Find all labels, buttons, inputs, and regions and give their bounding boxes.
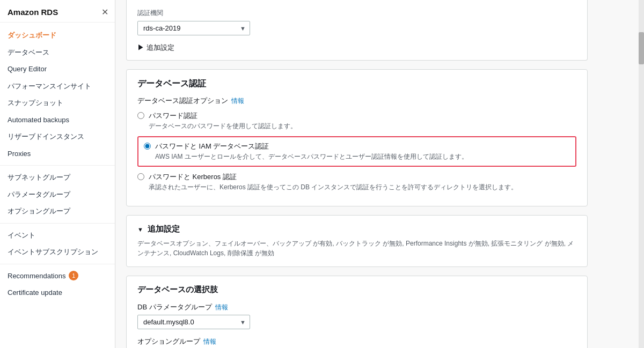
sidebar-close-button[interactable]: ✕ (101, 8, 108, 17)
sidebar-header: Amazon RDS ✕ (0, 0, 115, 23)
param-group-select-wrapper: default.mysql8.0 ▼ (137, 315, 250, 329)
cert-authority-label: 認証機関 (137, 9, 576, 18)
main-content: 認証機関 rds-ca-2019 ▼ ▶ 追加設定 データベース認証 データベー… (115, 0, 644, 348)
radio-kerberos[interactable] (137, 173, 144, 180)
radio-password-iam-content: パスワードと IAM データベース認証 AWS IAM ユーザーとロールを介して… (155, 142, 468, 161)
sidebar-item-proxies[interactable]: Proxies (0, 145, 115, 162)
content-area[interactable]: 認証機関 rds-ca-2019 ▼ ▶ 追加設定 データベース認証 データベー… (115, 0, 644, 348)
radio-password-label: パスワード認証 (149, 111, 297, 121)
cert-authority-select-wrapper: rds-ca-2019 ▼ (137, 21, 250, 35)
additional-settings-collapsed-label: ▶ 追加設定 (137, 43, 174, 53)
sidebar-item-subnet-groups[interactable]: サブネットグループ (0, 169, 115, 186)
sidebar-item-snapshots[interactable]: スナップショット (0, 94, 115, 112)
option-group-field: オプショングループ 情報 default:mysql-8-0 ▼ (137, 337, 576, 348)
db-auth-section: データベース認証 データベース認証オプション 情報 パスワード認証 データベース… (126, 69, 588, 206)
option-group-info-link[interactable]: 情報 (203, 337, 216, 346)
param-group-field: DB パラメータグループ 情報 default.mysql8.0 ▼ (137, 302, 576, 329)
param-group-label: DB パラメータグループ 情報 (137, 302, 576, 312)
auth-radio-group: パスワード認証 データベースのパスワードを使用して認証します。 パスワードと I… (137, 111, 576, 192)
sidebar-divider-3 (0, 264, 115, 264)
sidebar-navigation: ダッシュボード データベース Query Editor パフォーマンスインサイト… (0, 23, 115, 306)
param-group-info-link[interactable]: 情報 (215, 303, 228, 312)
sidebar-item-performance-insights[interactable]: パフォーマンスインサイト (0, 78, 115, 95)
content-inner: 認証機関 rds-ca-2019 ▼ ▶ 追加設定 データベース認証 データベー… (115, 0, 598, 348)
radio-password-iam-label: パスワードと IAM データベース認証 (155, 142, 468, 151)
option-group-label: オプショングループ 情報 (137, 337, 576, 346)
sidebar-item-parameter-groups[interactable]: パラメータグループ (0, 186, 115, 203)
radio-password-iam-desc: AWS IAM ユーザーとロールを介して、データベースパスワードとユーザー認証情… (155, 152, 468, 161)
sidebar-item-automated-backups[interactable]: Automated backups (0, 112, 115, 129)
sidebar-item-event-subscriptions[interactable]: イベントサブスクリプション (0, 243, 115, 261)
sidebar-title: Amazon RDS (8, 8, 58, 17)
sidebar-item-recommendations[interactable]: Recommendations 1 (0, 268, 115, 285)
param-group-select[interactable]: default.mysql8.0 (137, 315, 250, 329)
recommendations-badge: 1 (69, 271, 78, 280)
radio-password-iam[interactable] (144, 143, 151, 150)
sidebar-item-databases[interactable]: データベース (0, 44, 115, 61)
radio-kerberos-label: パスワードと Kerberos 認証 (149, 172, 517, 182)
radio-kerberos-content: パスワードと Kerberos 認証 承認されたユーザーに、Kerberos 認… (149, 172, 517, 192)
sidebar: Amazon RDS ✕ ダッシュボード データベース Query Editor… (0, 0, 115, 348)
recommendations-label: Recommendations (8, 271, 65, 282)
radio-option-password-iam[interactable]: パスワードと IAM データベース認証 AWS IAM ユーザーとロールを介して… (137, 136, 576, 167)
sidebar-item-dashboard[interactable]: ダッシュボード (0, 27, 115, 44)
db-auth-info-link[interactable]: 情報 (231, 97, 244, 106)
scrollbar-thumb[interactable] (639, 32, 644, 64)
additional-settings-title[interactable]: ▼ 追加設定 (137, 224, 576, 234)
scrollbar-track (639, 0, 644, 348)
additional-settings-label: 追加設定 (148, 224, 180, 234)
sidebar-item-option-groups[interactable]: オプショングループ (0, 203, 115, 220)
sidebar-item-reserved-instances[interactable]: リザーブドインスタンス (0, 128, 115, 145)
radio-password-content: パスワード認証 データベースのパスワードを使用して認証します。 (149, 111, 297, 131)
sidebar-item-certificate-update[interactable]: Certificate update (0, 284, 115, 301)
cert-authority-select[interactable]: rds-ca-2019 (137, 21, 250, 35)
db-options-section: データベースの選択肢 DB パラメータグループ 情報 default.mysql… (126, 276, 588, 348)
db-options-title: データベースの選択肢 (137, 285, 576, 295)
sidebar-item-events[interactable]: イベント (0, 227, 115, 244)
sidebar-divider-2 (0, 223, 115, 224)
additional-settings-desc: データベースオプション、フェイルオーバー、バックアップ が有効, バックトラック… (137, 239, 576, 258)
radio-password-desc: データベースのパスワードを使用して認証します。 (149, 122, 297, 131)
radio-kerberos-desc: 承認されたユーザーに、Kerberos 認証を使ってこの DB インスタンスで認… (149, 183, 517, 192)
sidebar-item-query-editor[interactable]: Query Editor (0, 61, 115, 78)
sidebar-divider-1 (0, 165, 115, 166)
radio-password[interactable] (137, 112, 144, 119)
cert-authority-section: 認証機関 rds-ca-2019 ▼ ▶ 追加設定 (126, 0, 588, 61)
additional-settings-collapsed[interactable]: ▶ 追加設定 (137, 41, 576, 55)
radio-option-password-kerberos[interactable]: パスワードと Kerberos 認証 承認されたユーザーに、Kerberos 認… (137, 172, 576, 192)
db-auth-title: データベース認証 (137, 78, 576, 90)
additional-settings-arrow: ▼ (137, 226, 143, 233)
db-auth-options-label: データベース認証オプション 情報 (137, 96, 576, 106)
radio-option-password[interactable]: パスワード認証 データベースのパスワードを使用して認証します。 (137, 111, 576, 131)
additional-settings-section: ▼ 追加設定 データベースオプション、フェイルオーバー、バックアップ が有効, … (126, 215, 588, 267)
